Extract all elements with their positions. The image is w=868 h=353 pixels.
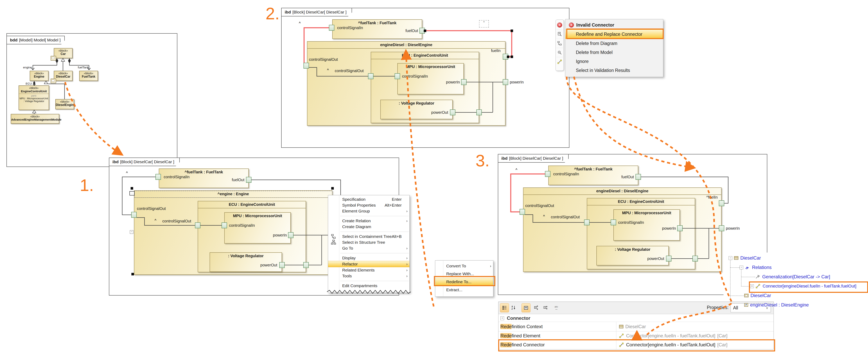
properties-section-header[interactable]: − Connector bbox=[500, 316, 530, 321]
ibd1-port-ecu-relay-left[interactable] bbox=[195, 222, 200, 228]
ibd3-port-mpu-controlsignalin[interactable] bbox=[611, 220, 616, 225]
menu-item-specification[interactable]: Specification Enter bbox=[328, 196, 409, 202]
ibd2-port-enginediesel-powerin[interactable] bbox=[503, 79, 508, 85]
dieselcar-diagram-overview-icon[interactable] bbox=[51, 78, 56, 83]
ibd1-selection-handle[interactable] bbox=[131, 273, 134, 276]
menu-item-display[interactable]: Display › bbox=[328, 255, 409, 261]
property-value[interactable]: DieselCar bbox=[616, 322, 774, 331]
connector-tool-icon[interactable] bbox=[556, 57, 563, 66]
menu-item-create-diagram[interactable]: Create Diagram bbox=[328, 224, 409, 230]
popup-item-label: Select in Validation Results bbox=[576, 68, 630, 73]
tree-collapse-icon[interactable]: − bbox=[728, 256, 732, 260]
ibd2-port-controlsignalin[interactable] bbox=[329, 25, 334, 31]
submenu-item-extract[interactable]: Extract... bbox=[435, 286, 493, 294]
ibd3-port-vr-powerout[interactable] bbox=[666, 256, 672, 261]
tree-expand-icon[interactable]: + bbox=[750, 284, 754, 288]
tree-collapse-icon[interactable]: − bbox=[740, 266, 743, 269]
ibd3-port-controlsignalin[interactable] bbox=[545, 171, 551, 177]
ibd1-port-controlsignalout[interactable] bbox=[131, 212, 137, 218]
ibd1-selection-handle[interactable] bbox=[331, 187, 334, 190]
popup-item-delete-from-diagram[interactable]: Delete from Diagram bbox=[565, 39, 663, 48]
section-collapse-icon[interactable]: − bbox=[500, 316, 504, 320]
ibd1-port-mpu-controlsignalin[interactable] bbox=[221, 222, 227, 228]
submenu-item-replace-with[interactable]: Replace With... bbox=[435, 270, 493, 278]
section-title: Connector bbox=[507, 316, 530, 321]
menu-item-select-in-structure-tree[interactable]: Select in Structure Tree bbox=[328, 239, 409, 245]
ibd3-port-enginediesel-powerin[interactable] bbox=[719, 225, 724, 231]
ibd3-port-controlsignalout[interactable] bbox=[520, 209, 525, 215]
ibd2-connector-endpoint[interactable] bbox=[507, 56, 509, 58]
zoom-out-icon[interactable] bbox=[556, 48, 563, 57]
property-value[interactable]: Connector[engine.fuelIn - fuelTank.fuelO… bbox=[616, 331, 774, 340]
ibd2-connector-endpoint[interactable] bbox=[424, 30, 426, 32]
tree-item-relations[interactable]: − Relations bbox=[740, 263, 772, 271]
ibd2-connector-power[interactable] bbox=[456, 82, 503, 113]
submenu-item-redefine-to[interactable]: Redefine To... bbox=[435, 278, 493, 286]
ibd2-port-vr-powerout[interactable] bbox=[450, 109, 456, 115]
ibd1-engine-collapse-icon[interactable]: − bbox=[130, 230, 133, 234]
property-label: Redefined Element bbox=[498, 333, 616, 339]
menu-item-create-relation[interactable]: Create Relation › bbox=[328, 218, 409, 224]
ibd2-port-controlsignalout[interactable] bbox=[304, 63, 309, 69]
property-row-redefinition-context[interactable]: Redefinition Context DieselCar bbox=[498, 322, 774, 331]
ibd3-connector-power[interactable] bbox=[672, 228, 719, 259]
ibd2-port-ecu-relay-right[interactable] bbox=[476, 109, 482, 115]
ibd2-port-mpu-controlsignalin[interactable] bbox=[395, 73, 400, 79]
expand-all-button[interactable] bbox=[532, 303, 541, 312]
ibd1-port-controlsignalin[interactable] bbox=[155, 174, 161, 180]
ibd2-port-ecu-relay-left[interactable] bbox=[368, 73, 373, 79]
menu-item-select-in-containment-tree[interactable]: Select in Containment Tree Alt+B bbox=[328, 233, 409, 239]
ibd1-port-ecu-relay-right[interactable] bbox=[303, 262, 309, 268]
ibd2-port-mpu-powerin[interactable] bbox=[461, 79, 467, 85]
menu-item-related-elements[interactable]: Related Elements › bbox=[328, 267, 409, 273]
menu-item-tools[interactable]: Tools › bbox=[328, 273, 409, 279]
tree-item-dieselcar[interactable]: − DieselCar bbox=[728, 254, 761, 262]
ibd3-port-ecu-relay-left[interactable] bbox=[584, 220, 590, 225]
association-car-engine[interactable] bbox=[33, 63, 57, 70]
menu-item-refactor[interactable]: Refactor › bbox=[328, 261, 409, 267]
tree-item-dieselcar-diagram[interactable]: DieselCar bbox=[744, 292, 771, 299]
customize-properties-button[interactable]: abc... bbox=[553, 303, 561, 312]
ibd1-port-fuelout[interactable] bbox=[246, 177, 251, 183]
car-diagram-overview-icon[interactable] bbox=[51, 56, 56, 61]
ibd2-connector-endpoint[interactable] bbox=[510, 56, 513, 58]
submenu-item-convert-to[interactable]: Convert To › bbox=[435, 262, 493, 270]
generalization-dieselengine-engine[interactable] bbox=[48, 84, 65, 99]
sort-alphabetically-button[interactable]: AZ bbox=[509, 303, 518, 312]
menu-item-symbol-properties[interactable]: Symbol Properties Alt+Enter bbox=[328, 202, 409, 208]
popup-item-redefine-and-replace[interactable]: Redefine and Replace Connector bbox=[565, 30, 663, 39]
error-icon[interactable] bbox=[556, 21, 563, 30]
ibd1-selection-handle[interactable] bbox=[131, 187, 133, 190]
collapse-all-button[interactable] bbox=[541, 303, 550, 312]
menu-item-edit-compartments[interactable]: Edit Compartments bbox=[328, 283, 409, 289]
categorized-view-button[interactable] bbox=[500, 303, 509, 312]
popup-item-delete-from-model[interactable]: Delete from Model bbox=[565, 48, 663, 57]
ibd1-connector-fuel[interactable] bbox=[251, 180, 341, 207]
ibd3-port-fuelout[interactable] bbox=[636, 174, 641, 180]
ibd1-port-vr-powerout[interactable] bbox=[279, 262, 285, 268]
property-row-redefined-element[interactable]: Redefined Element Connector[engine.fuelI… bbox=[498, 331, 774, 340]
ibd3-port-fuelin[interactable] bbox=[719, 200, 724, 206]
popup-item-select-in-validation-results[interactable]: Select in Validation Results bbox=[565, 66, 663, 75]
tree-item-generalization[interactable]: Generalization[DieselCar -> Car] bbox=[755, 273, 830, 281]
tree-item-label: Generalization[DieselCar -> Car] bbox=[762, 274, 830, 280]
ibd3-caret: ^ bbox=[516, 168, 518, 171]
tree-item-enginediesel[interactable]: P engineDiesel : DieselEngine bbox=[744, 301, 809, 309]
ibd3-port-mpu-powerin[interactable] bbox=[677, 225, 683, 231]
ibd1-selection-anchor-icon[interactable]: ··· bbox=[129, 191, 134, 195]
show-description-button[interactable] bbox=[522, 303, 530, 312]
ibd3-port-ecu-relay-right[interactable] bbox=[692, 256, 698, 261]
property-row-redefined-connector[interactable]: Redefined Connector Connector[engine.fue… bbox=[498, 340, 774, 349]
ibd1-connector-power[interactable] bbox=[285, 235, 330, 265]
ibd1-port-mpu-powerin[interactable] bbox=[288, 232, 293, 238]
menu-item-element-group[interactable]: Element Group › bbox=[328, 208, 409, 214]
menu-shortcut: Alt+B bbox=[392, 234, 409, 239]
tree-item-connector[interactable]: + Connector[engineDiesel.fuelIn - fuelTa… bbox=[750, 282, 856, 290]
popup-item-ignore[interactable]: Ignore bbox=[565, 57, 663, 66]
specification-icon[interactable] bbox=[556, 30, 563, 39]
property-value[interactable]: Connector[engine.fuelIn - fuelTank.fuelO… bbox=[616, 340, 774, 349]
ibd2-connector-endpoint[interactable] bbox=[510, 30, 513, 32]
menu-item-label: Element Group bbox=[342, 209, 370, 214]
menu-item-go-to[interactable]: Go To › bbox=[328, 245, 409, 251]
select-in-tree-icon[interactable] bbox=[556, 39, 563, 48]
